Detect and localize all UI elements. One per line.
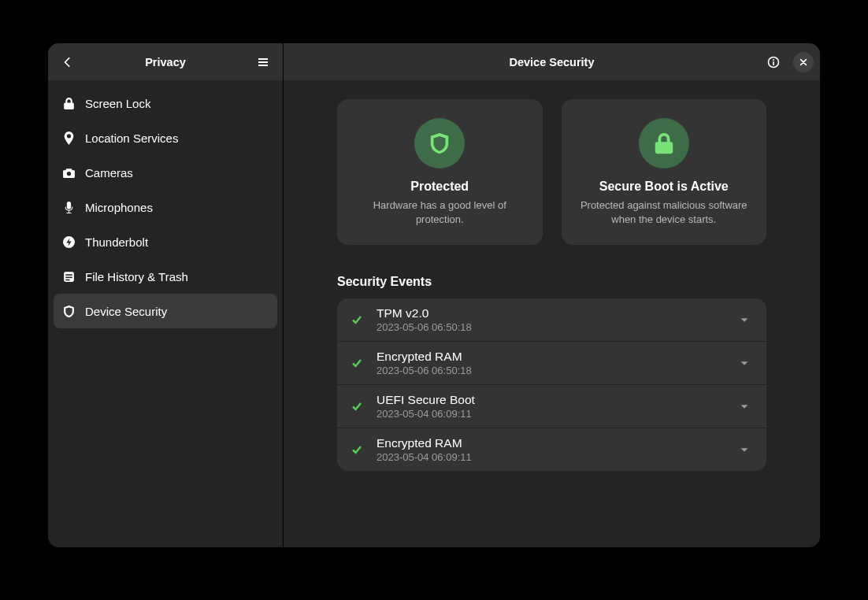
main-panel: Device Security: [284, 43, 820, 547]
sidebar-item-thunderbolt[interactable]: Thunderbolt: [54, 224, 277, 259]
chevron-left-icon: [62, 57, 73, 68]
main-header: Device Security: [284, 43, 820, 80]
sidebar-item-microphones[interactable]: Microphones: [54, 190, 277, 224]
check-icon: [348, 441, 365, 458]
chevron-down-icon: [736, 355, 752, 371]
event-info: TPM v2.0 2023-05-06 06:50:18: [377, 306, 725, 333]
close-button[interactable]: [793, 52, 814, 72]
card-secure-boot: Secure Boot is Active Protected against …: [562, 99, 767, 245]
info-button[interactable]: [760, 49, 787, 76]
svg-rect-2: [258, 65, 268, 66]
check-icon: [348, 311, 365, 328]
svg-rect-0: [258, 58, 268, 60]
close-icon: [799, 58, 807, 66]
shield-icon: [61, 304, 76, 318]
sidebar: Privacy Screen Lock Locatio: [48, 43, 284, 547]
chevron-down-icon: [736, 398, 752, 414]
event-timestamp: 2023-05-04 06:09:11: [377, 408, 725, 420]
settings-window: Privacy Screen Lock Locatio: [48, 43, 820, 547]
event-row[interactable]: UEFI Secure Boot 2023-05-04 06:09:11: [337, 384, 766, 428]
event-row[interactable]: TPM v2.0 2023-05-06 06:50:18: [337, 298, 766, 341]
check-icon: [348, 354, 365, 372]
location-icon: [61, 131, 76, 145]
sidebar-item-label: File History & Trash: [85, 270, 188, 283]
card-title: Secure Boot is Active: [577, 180, 751, 194]
card-title: Protected: [353, 180, 527, 194]
event-timestamp: 2023-05-06 06:50:18: [377, 365, 725, 376]
event-timestamp: 2023-05-04 06:09:11: [377, 451, 725, 463]
event-info: Encrypted RAM 2023-05-04 06:09:11: [377, 436, 725, 463]
svg-rect-7: [65, 279, 69, 280]
sidebar-item-file-history-trash[interactable]: File History & Trash: [54, 259, 277, 294]
lock-icon: [61, 96, 76, 110]
sidebar-list: Screen Lock Location Services Cameras Mi…: [48, 80, 283, 334]
status-cards: Protected Hardware has a good level of p…: [337, 99, 766, 245]
menu-button[interactable]: [250, 49, 276, 76]
event-title: UEFI Secure Boot: [377, 393, 725, 407]
header-actions: [760, 43, 814, 80]
event-timestamp: 2023-05-06 06:50:18: [377, 321, 725, 333]
svg-rect-6: [65, 276, 72, 278]
event-row[interactable]: Encrypted RAM 2023-05-04 06:09:11: [337, 428, 766, 471]
card-icon-circle: [639, 118, 689, 169]
sidebar-item-label: Microphones: [85, 201, 153, 214]
file-history-icon: [61, 269, 76, 283]
sidebar-item-device-security[interactable]: Device Security: [54, 294, 277, 328]
event-title: Encrypted RAM: [377, 436, 725, 450]
camera-icon: [61, 165, 76, 180]
shield-icon: [428, 131, 451, 155]
svg-rect-10: [773, 61, 774, 65]
check-icon: [348, 398, 365, 415]
info-icon: [767, 56, 780, 69]
event-info: UEFI Secure Boot 2023-05-04 06:09:11: [377, 393, 725, 420]
chevron-down-icon: [736, 442, 752, 457]
card-icon-circle: [414, 118, 465, 169]
sidebar-item-cameras[interactable]: Cameras: [54, 155, 277, 190]
event-info: Encrypted RAM 2023-05-06 06:50:18: [377, 350, 725, 376]
svg-point-9: [773, 59, 774, 61]
main-body: Protected Hardware has a good level of p…: [284, 80, 820, 547]
sidebar-item-label: Device Security: [85, 305, 167, 318]
sidebar-title: Privacy: [145, 56, 186, 69]
back-button[interactable]: [54, 49, 81, 76]
thunderbolt-icon: [61, 235, 76, 249]
sidebar-item-label: Screen Lock: [85, 97, 150, 110]
svg-rect-5: [65, 274, 72, 276]
sidebar-item-label: Thunderbolt: [85, 235, 148, 249]
sidebar-item-location-services[interactable]: Location Services: [54, 120, 277, 155]
event-title: TPM v2.0: [377, 306, 725, 320]
sidebar-item-label: Location Services: [85, 131, 178, 145]
hamburger-icon: [257, 56, 269, 69]
sidebar-item-screen-lock[interactable]: Screen Lock: [54, 86, 277, 120]
card-desc: Protected against malicious software whe…: [577, 198, 751, 226]
chevron-down-icon: [736, 312, 752, 328]
lock-icon: [652, 131, 676, 155]
events-section-title: Security Events: [337, 275, 766, 289]
svg-rect-1: [258, 61, 268, 63]
page-title: Device Security: [509, 56, 594, 69]
event-row[interactable]: Encrypted RAM 2023-05-06 06:50:18: [337, 341, 766, 384]
sidebar-item-label: Cameras: [85, 166, 133, 180]
card-protected: Protected Hardware has a good level of p…: [337, 99, 543, 245]
events-list: TPM v2.0 2023-05-06 06:50:18 Encrypted R…: [337, 298, 766, 471]
event-title: Encrypted RAM: [377, 350, 725, 364]
card-desc: Hardware has a good level of protection.: [353, 198, 527, 226]
microphone-icon: [61, 200, 76, 214]
sidebar-header: Privacy: [48, 43, 283, 80]
